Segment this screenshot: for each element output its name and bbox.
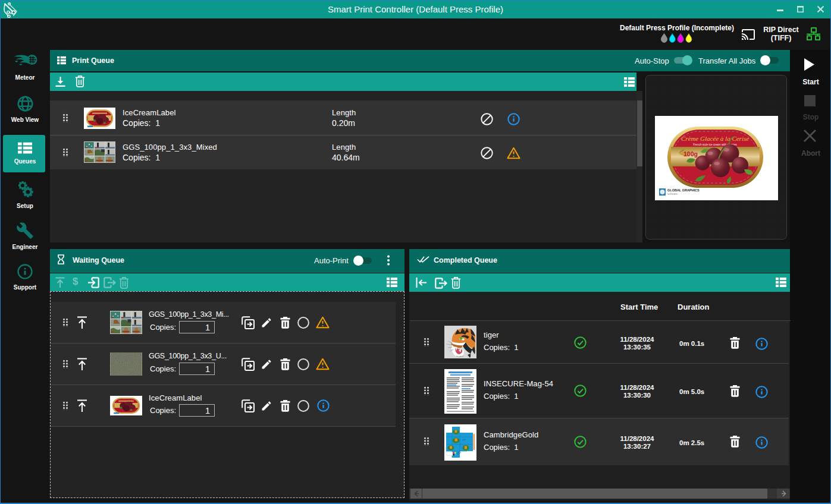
svg-text:software: software (667, 193, 678, 196)
svg-text:Crème Glacée à la Cerise: Crème Glacée à la Cerise (681, 135, 749, 142)
svg-text:100g: 100g (683, 150, 698, 158)
svg-text:GLOBAL GRAPHICS: GLOBAL GRAPHICS (667, 188, 700, 192)
